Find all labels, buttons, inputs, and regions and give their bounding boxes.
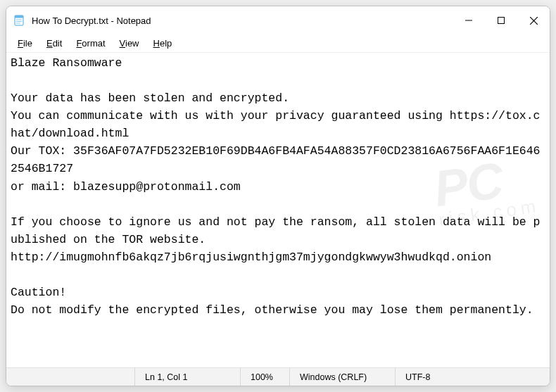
status-spacer [6, 368, 134, 386]
status-line-col: Ln 1, Col 1 [134, 368, 240, 386]
status-line-ending: Windows (CRLF) [289, 368, 395, 386]
menu-view[interactable]: View [113, 37, 146, 50]
window-title: How To Decrypt.txt - Notepad [32, 15, 453, 26]
status-encoding: UTF-8 [395, 368, 550, 386]
menu-edit[interactable]: Edit [39, 37, 69, 50]
minimize-button[interactable] [453, 6, 485, 34]
menubar: File Edit Format View Help [6, 34, 550, 53]
svg-rect-6 [498, 18, 505, 24]
svg-rect-1 [15, 15, 23, 18]
notepad-window: How To Decrypt.txt - Notepad File Edit F… [6, 6, 550, 386]
close-button[interactable] [517, 6, 550, 34]
status-zoom: 100% [240, 368, 289, 386]
statusbar: Ln 1, Col 1 100% Windows (CRLF) UTF-8 [6, 367, 550, 386]
menu-help[interactable]: Help [146, 37, 179, 50]
menu-file[interactable]: File [11, 37, 39, 50]
menu-format[interactable]: Format [69, 37, 112, 50]
window-controls [453, 6, 550, 34]
text-editor[interactable]: Blaze Ransomware Your data has been stol… [6, 53, 550, 367]
notepad-icon [13, 15, 25, 26]
titlebar[interactable]: How To Decrypt.txt - Notepad [6, 6, 550, 34]
maximize-button[interactable] [485, 6, 517, 34]
